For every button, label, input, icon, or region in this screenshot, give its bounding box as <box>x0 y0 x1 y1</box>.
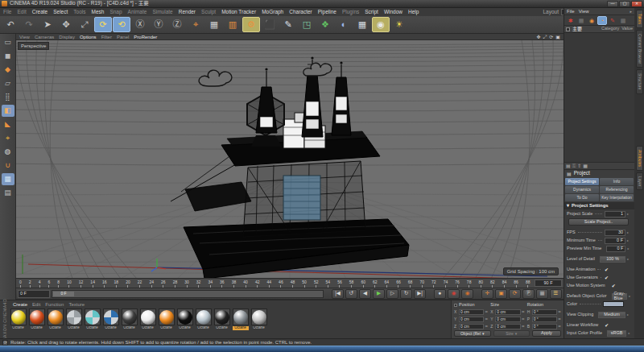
material-menu-item[interactable]: Create <box>13 302 27 307</box>
material-name[interactable]: Octane <box>214 326 230 330</box>
linear-workflow-checkbox[interactable]: ✔ <box>603 323 624 328</box>
Octane[interactable]: Octane <box>84 309 101 338</box>
use-animation-checkbox[interactable]: ✔ <box>603 267 624 272</box>
redo-icon[interactable]: ↷ <box>20 17 38 32</box>
position-z-field[interactable]: 0 cm <box>459 324 484 329</box>
material-name[interactable]: Octane <box>251 326 267 330</box>
points-mode-icon[interactable]: ⣿ <box>2 91 14 103</box>
current-frame-field[interactable]: 0 F <box>18 290 50 298</box>
size-z-field[interactable]: 0 cm <box>495 324 520 329</box>
material-thumbnail[interactable] <box>85 309 101 325</box>
title-bar[interactable]: CINEMA 4D R19.024 Studio (RC - R19) - [C… <box>0 0 644 8</box>
Octane[interactable]: Octane <box>213 309 230 338</box>
autokey-button[interactable]: ◉ <box>461 289 473 299</box>
play-button[interactable]: ▶ <box>373 289 385 299</box>
fps-field[interactable]: 30 <box>605 230 625 236</box>
live-selection-icon[interactable]: ➤ <box>39 17 56 32</box>
Octane[interactable]: Octane <box>10 309 27 338</box>
menu-item[interactable]: Character <box>289 10 312 15</box>
add-cube-icon[interactable]: ⬛ <box>261 17 279 32</box>
attribute-tab[interactable]: Key Interpolation <box>600 194 634 201</box>
material-name[interactable]: Octane <box>233 326 249 330</box>
material-thumbnail[interactable] <box>233 309 249 325</box>
dock-tab[interactable]: Structure <box>636 69 643 93</box>
menu-item[interactable]: Select <box>53 10 68 15</box>
goto-end-button[interactable]: ▶| <box>414 289 426 299</box>
category-column-header[interactable]: Category <box>601 27 619 31</box>
take-row[interactable]: 主要 Category Value <box>564 26 634 33</box>
pan-view-icon[interactable]: ✥ <box>536 35 540 39</box>
attribute-section-header[interactable]: ▾ Project Settings <box>564 202 634 209</box>
material-thumbnail[interactable] <box>66 309 82 325</box>
default-object-color-field[interactable]: Gray-Blue <box>612 293 628 300</box>
material-name[interactable]: Octane <box>177 326 193 330</box>
material-thumbnail[interactable] <box>29 309 45 325</box>
record-point-level-toggle[interactable]: ▦ <box>536 289 548 299</box>
material-name[interactable]: Octane <box>85 326 101 330</box>
lock-y-axis-icon[interactable]: Ⓨ <box>150 17 167 32</box>
apply-button[interactable]: Apply <box>532 330 561 337</box>
take-checkbox[interactable] <box>566 27 570 31</box>
add-deformer-icon[interactable]: ◐ <box>335 17 353 32</box>
position-lock-checkbox[interactable] <box>454 304 457 307</box>
record-objects-button[interactable]: ◉ <box>448 289 460 299</box>
material-thumbnail[interactable] <box>214 309 230 325</box>
take-auto-icon[interactable]: ◉ <box>587 16 597 25</box>
Octane[interactable]: Octane <box>176 309 193 338</box>
position-x-field[interactable]: 0 cm <box>459 309 484 315</box>
rotate-tool-icon[interactable]: ⟳ <box>94 17 112 32</box>
Octane[interactable]: Octane <box>139 309 156 338</box>
attribute-tab[interactable]: Dynamics <box>565 186 599 193</box>
last-tool-icon[interactable]: ⟲ <box>113 17 130 32</box>
add-spline-icon[interactable]: ✎ <box>279 17 297 32</box>
menu-item[interactable]: Help <box>408 10 419 15</box>
material-name[interactable]: Octane <box>140 326 156 330</box>
menu-item[interactable]: Window <box>384 10 402 15</box>
use-motion-system-checkbox[interactable]: ✔ <box>610 284 625 288</box>
level-of-detail-field[interactable]: 100 % <box>600 256 625 263</box>
viewport-menu-item[interactable]: Cameras <box>35 35 54 39</box>
material-thumbnail[interactable] <box>251 309 267 325</box>
material-thumbnail[interactable] <box>159 309 175 325</box>
am-up-icon[interactable]: ⇧ <box>577 164 581 168</box>
render-picture-viewer-icon[interactable]: ▥ <box>224 17 242 32</box>
render-view-icon[interactable]: ▦ <box>205 17 223 32</box>
make-editable-icon[interactable]: ▭ <box>2 36 14 48</box>
menu-item[interactable]: Sculpt <box>201 10 216 15</box>
next-key-button[interactable]: ↻ <box>400 289 412 299</box>
viewport-menu-item[interactable]: Filter <box>101 35 112 39</box>
menu-item[interactable]: Tools <box>73 10 85 15</box>
view-clipping-field[interactable]: Medium <box>598 312 625 318</box>
undo-icon[interactable]: ↶ <box>2 17 19 32</box>
menu-item[interactable]: Pipeline <box>318 10 336 15</box>
material-thumbnail[interactable] <box>177 309 193 325</box>
menu-item[interactable]: Plugins <box>342 10 359 15</box>
Octane[interactable]: Octane <box>28 309 45 338</box>
viewport-menu-item[interactable]: Display <box>59 35 75 39</box>
material-name[interactable]: Octane <box>196 326 212 330</box>
maximize-button[interactable]: ▢ <box>619 1 630 7</box>
coordinate-system-icon[interactable]: ⌖ <box>187 17 204 32</box>
menu-item[interactable]: Snap <box>109 10 122 15</box>
material-name[interactable]: Octane <box>103 326 119 330</box>
project-scale-field[interactable]: 1 <box>605 211 625 217</box>
take-manager-body[interactable] <box>564 33 634 163</box>
attribute-tab[interactable]: Info <box>600 178 634 185</box>
dock-tab[interactable]: Takes <box>636 10 643 28</box>
playback-options-button[interactable]: ☰ <box>550 289 562 299</box>
minimize-button[interactable]: — <box>607 1 618 7</box>
add-scene-icon[interactable]: ▦ <box>353 17 371 32</box>
attribute-tab[interactable]: Project Settings <box>565 178 599 185</box>
attribute-tab[interactable]: Referencing <box>600 186 634 193</box>
menu-item[interactable]: Simulate <box>152 10 172 15</box>
Octane[interactable]: Octane <box>65 309 82 338</box>
viewport-menu-item[interactable]: View <box>19 35 30 39</box>
scale-project-button[interactable]: Scale Project.. <box>568 218 629 226</box>
Octane[interactable]: Octane <box>47 309 64 338</box>
material-name[interactable]: Octane <box>10 326 27 330</box>
material-name[interactable]: Octane <box>66 326 82 330</box>
record-rotation-toggle[interactable]: ⟳ <box>509 289 521 299</box>
take-edit-icon[interactable]: ✎ <box>608 16 617 25</box>
menu-item[interactable]: Edit <box>17 10 26 15</box>
material-thumbnail[interactable] <box>103 309 119 325</box>
